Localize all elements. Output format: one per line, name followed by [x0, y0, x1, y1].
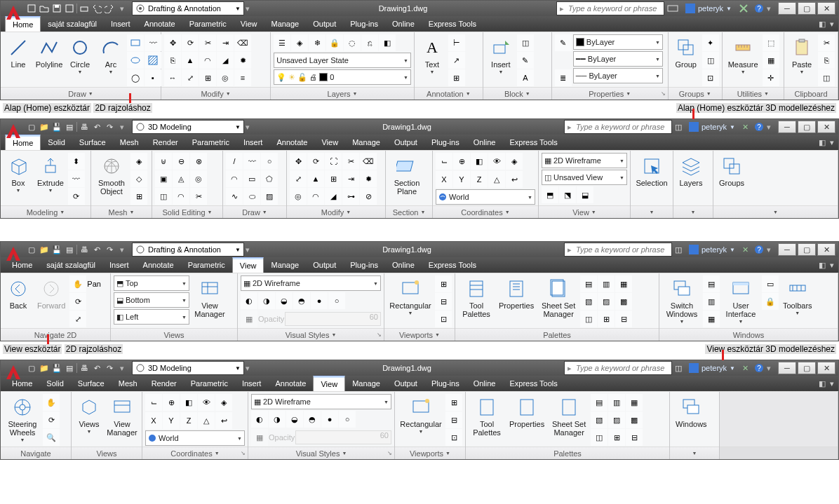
list-icon[interactable]: ≣ [555, 69, 572, 86]
vp-clip-icon[interactable]: ⊡ [445, 429, 462, 446]
move-icon[interactable]: ✥ [164, 34, 181, 51]
ucs-z-icon[interactable]: Z [471, 171, 488, 188]
tab-plugins[interactable]: Plug-ins [343, 16, 385, 32]
pan2-icon[interactable]: ✋ [43, 394, 60, 411]
vs4-icon[interactable]: ◓ [304, 411, 321, 428]
ellipse-icon[interactable] [127, 52, 144, 69]
arc2-icon[interactable]: ◠ [226, 170, 243, 187]
view-left-combo[interactable]: ◧Left▼ [114, 309, 189, 325]
groups-button[interactable]: Groups [716, 153, 747, 189]
extrude-button[interactable]: Extrude▼ [34, 153, 67, 194]
vs2-icon[interactable]: ◑ [258, 292, 275, 309]
close-button[interactable]: ✕ [817, 121, 835, 133]
line-button[interactable]: Line [4, 34, 33, 70]
tool-palettes-button[interactable]: Tool Palettes [469, 394, 505, 438]
tab-view[interactable]: View [313, 376, 345, 391]
tab-online[interactable]: Online [467, 135, 503, 150]
quick-calc-icon[interactable]: ▦ [763, 52, 779, 69]
tab-express[interactable]: Express Tools [422, 257, 483, 273]
arc-button[interactable]: Arc▼ [96, 34, 126, 76]
poly2-icon[interactable]: ⬠ [261, 170, 278, 187]
open-icon[interactable] [39, 3, 50, 14]
tab-insert[interactable]: Insert [104, 16, 137, 32]
vs2-icon[interactable]: ◑ [269, 411, 286, 428]
ucs-named-combo[interactable]: World▼ [145, 430, 245, 446]
save-icon[interactable]: 💾 [51, 244, 62, 255]
rect-icon[interactable] [127, 34, 144, 51]
tab-view[interactable]: View [314, 135, 345, 150]
line-icon[interactable]: / [226, 153, 243, 170]
new-icon[interactable]: ▢ [26, 121, 37, 132]
group-edit-icon[interactable]: ◫ [702, 52, 719, 69]
layer-iso-icon[interactable]: ◧ [379, 34, 396, 51]
forward-button[interactable]: Forward [34, 275, 68, 311]
layer-match-icon[interactable]: ⎌ [361, 34, 378, 51]
user-menu[interactable]: peteryk▼ [689, 245, 735, 254]
circle-button[interactable]: Circle▼ [65, 34, 95, 76]
viewport-rect-button[interactable]: Rectangular▼ [387, 275, 434, 317]
p3-icon[interactable]: ▦ [615, 275, 632, 292]
tab-custom[interactable]: saját szalagfül [41, 16, 104, 32]
ellipse2-icon[interactable]: ◯ [127, 69, 144, 86]
tab-insert[interactable]: Insert [102, 257, 136, 273]
vp-join-icon[interactable]: ⊟ [445, 411, 462, 428]
p1-icon[interactable]: ▤ [591, 394, 608, 411]
rect2-icon[interactable]: ▭ [243, 170, 260, 187]
tab-output[interactable]: Output [306, 257, 343, 273]
separate-icon[interactable]: ✂ [190, 188, 207, 205]
new-icon[interactable]: ▢ [26, 362, 37, 374]
match-icon[interactable]: ◫ [818, 69, 835, 86]
ucs-y-icon[interactable]: Y [453, 171, 470, 188]
exchange-icon[interactable]: ✕ [742, 364, 749, 373]
layer-combo[interactable]: 💡☀🔓🖨0▼ [274, 69, 411, 85]
3dscale-icon[interactable]: ⤢ [290, 170, 307, 187]
panel-title-vstyles[interactable]: Visual Styles▼↘ [238, 328, 384, 341]
minimize-button[interactable]: ─ [778, 121, 796, 133]
search-input[interactable] [575, 245, 669, 254]
view-manager-button[interactable]: View Manager [191, 275, 229, 320]
vs1-icon[interactable]: ◐ [251, 411, 268, 428]
ucs-view-icon[interactable]: 👁 [198, 394, 215, 411]
tab-parametric[interactable]: Parametric [182, 16, 234, 32]
save-icon[interactable]: 💾 [51, 362, 62, 374]
offset-icon[interactable]: ◎ [217, 69, 234, 86]
redo-icon[interactable]: ↷ [104, 362, 115, 374]
ellipse3-icon[interactable]: ⬭ [243, 188, 260, 205]
sheetset-button[interactable]: Sheet Set Manager [538, 275, 579, 320]
break-icon[interactable]: ⊘ [360, 188, 377, 205]
layer-freeze-icon[interactable]: ❄ [309, 34, 325, 51]
maximize-button[interactable]: ▢ [798, 362, 816, 374]
id-point-icon[interactable]: ✛ [763, 69, 779, 86]
view-top-icon[interactable]: ⬒ [542, 186, 558, 203]
p1-icon[interactable]: ▤ [580, 275, 597, 292]
tab-parametric[interactable]: Parametric [181, 257, 232, 273]
3drotate-icon[interactable]: ⟳ [307, 153, 324, 170]
help-drop-icon[interactable]: ▾ [767, 123, 771, 132]
lock-ui-icon[interactable]: 🔒 [762, 293, 779, 310]
savedview-combo[interactable]: ◫Unsaved View▼ [542, 170, 627, 185]
vs6-icon[interactable]: ○ [339, 411, 356, 428]
vp-named-icon[interactable]: ⊞ [435, 275, 452, 292]
print-icon[interactable]: 🖶 [79, 362, 90, 374]
vp-named-icon[interactable]: ⊞ [445, 394, 462, 411]
tab-output[interactable]: Output [387, 135, 424, 150]
select-all-icon[interactable]: ⬚ [763, 34, 779, 51]
viewport-rect-button[interactable]: Rectangular▼ [398, 394, 444, 435]
qat-more-icon[interactable]: ▾ [116, 362, 128, 374]
cut-icon[interactable]: ✂ [818, 34, 835, 51]
save-icon[interactable] [51, 3, 62, 14]
ribbon-minimize-icon[interactable]: ▾ [830, 261, 834, 270]
p5-icon[interactable]: ▨ [598, 293, 615, 310]
ucs-named-combo[interactable]: World▼ [436, 189, 535, 205]
layerprops-icon[interactable]: ☰ [274, 34, 290, 51]
tab-insert[interactable]: Insert [236, 135, 270, 150]
extrude-face-icon[interactable]: ▣ [155, 170, 172, 187]
vs5-icon[interactable]: ● [311, 292, 328, 309]
panel-title-solidedit[interactable]: Solid Editing▼ [152, 205, 222, 218]
panel-title-draw[interactable]: Draw▼ [1, 87, 161, 100]
visualstyle-combo[interactable]: ▦2D Wireframe▼ [241, 275, 381, 291]
undo-icon[interactable]: ↶ [91, 362, 102, 374]
erase-icon[interactable]: ⌫ [234, 34, 251, 51]
tab-solid[interactable]: Solid [39, 376, 70, 391]
tab-render[interactable]: Render [146, 135, 185, 150]
